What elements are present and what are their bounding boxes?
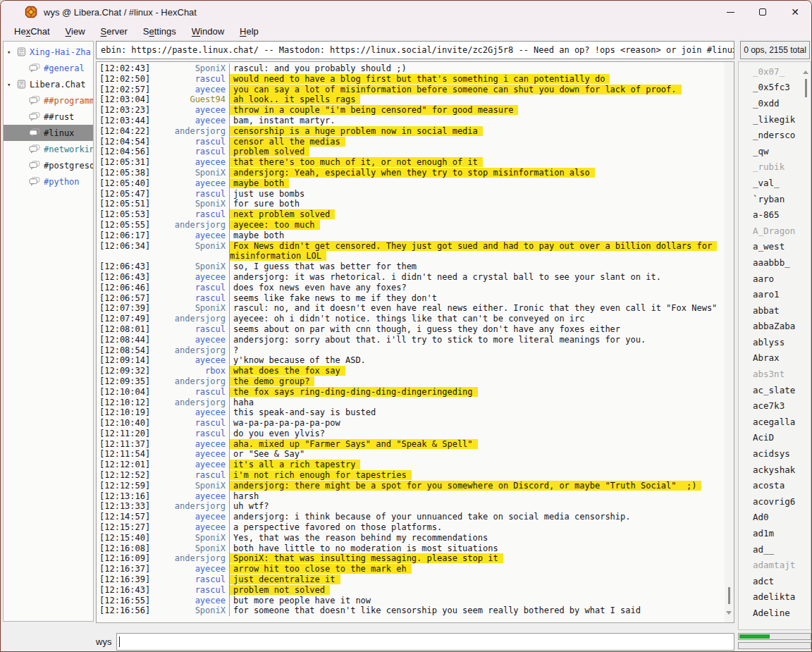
message-nick[interactable]: rascul <box>152 283 229 293</box>
user-list-item[interactable]: ablyss <box>739 334 811 350</box>
message-nick[interactable]: SponiX <box>152 303 229 314</box>
message-nick[interactable]: rascul <box>152 585 229 596</box>
close-button[interactable]: ✕ <box>779 1 811 23</box>
tree-item-linux[interactable]: #linux <box>4 125 93 141</box>
message-nick[interactable]: rascul <box>152 429 229 439</box>
user-list-item[interactable]: a-865 <box>739 207 811 223</box>
message-nick[interactable]: ayecee <box>152 355 229 366</box>
user-list-item[interactable]: aaro1 <box>739 286 811 302</box>
message-nick[interactable]: ayecee <box>152 230 229 241</box>
message-nick[interactable]: ayecee <box>152 178 229 189</box>
message-nick[interactable]: ayecee <box>152 85 229 95</box>
scroll-down-icon[interactable] <box>726 611 732 617</box>
user-list-item[interactable]: abbat <box>739 302 811 319</box>
message-nick[interactable]: andersjorg <box>152 345 229 356</box>
menu-item-settings[interactable]: Settings <box>135 26 184 37</box>
user-list-item[interactable]: acosta <box>739 477 811 493</box>
message-nick[interactable]: SponiX <box>152 168 229 178</box>
user-list-item[interactable]: _0x5fc3 <box>739 80 811 96</box>
message-nick[interactable]: ayecee <box>152 460 229 470</box>
user-list-item[interactable]: ad1m <box>739 525 811 541</box>
topic-input[interactable]: ebin: https://paste.linux.chat/ -- Masto… <box>96 41 734 59</box>
tree-item-postgresq[interactable]: #postgresq <box>4 157 93 173</box>
chevron-down-icon[interactable]: ▾ <box>7 81 17 88</box>
user-list-item[interactable]: _0x07_ <box>739 63 811 80</box>
message-nick[interactable]: ayecee <box>152 522 229 533</box>
user-list-item[interactable]: abs3nt <box>739 366 811 382</box>
message-nick[interactable]: ayecee <box>152 407 229 418</box>
message-nick[interactable]: andersjorg <box>152 376 229 387</box>
user-list-item[interactable]: aaabbb_ <box>739 254 811 271</box>
message-nick[interactable]: andersjorg <box>152 398 229 408</box>
maximize-button[interactable] <box>746 1 779 23</box>
message-nick[interactable]: rascul <box>152 470 229 481</box>
menu-item-server[interactable]: Server <box>93 26 135 37</box>
message-nick[interactable]: ayecee <box>152 491 229 502</box>
scroll-up-icon[interactable] <box>803 68 808 74</box>
user-list-item[interactable]: adamtajt <box>739 557 811 573</box>
message-nick[interactable]: rascul <box>152 418 229 429</box>
message-nick[interactable]: rascul <box>152 137 229 147</box>
user-list-item[interactable]: Abrax <box>739 350 811 367</box>
message-nick[interactable]: Guest94 <box>152 94 229 105</box>
user-list-item[interactable]: _rubik <box>739 159 811 176</box>
message-nick[interactable]: rascul <box>152 293 229 304</box>
user-list-item[interactable]: acegalla <box>739 414 811 430</box>
user-list-item[interactable]: Adeline <box>739 605 811 621</box>
message-input[interactable] <box>116 633 734 651</box>
message-nick[interactable]: SponiX <box>152 262 229 272</box>
user-list-item[interactable]: abbaZaba <box>739 319 811 335</box>
tree-item-general[interactable]: #general <box>4 60 93 76</box>
message-nick[interactable]: SponiX <box>152 63 229 74</box>
user-list-item[interactable]: acidsys <box>739 445 811 462</box>
user-list-item[interactable]: `ryban <box>739 191 811 207</box>
message-nick[interactable]: rascul <box>152 209 229 220</box>
message-nick[interactable]: SponiX <box>152 241 229 252</box>
message-nick[interactable]: andersjorg <box>152 314 229 324</box>
tree-item-Libera.Chat[interactable]: ▾ Libera.Chat <box>4 76 93 92</box>
user-list-item[interactable]: adct <box>739 573 811 589</box>
user-list-item[interactable]: ad__ <box>739 541 811 558</box>
message-nick[interactable]: SponiX <box>152 533 229 543</box>
message-nick[interactable]: andersjorg <box>152 126 229 137</box>
user-list-item[interactable]: adelikta <box>739 589 811 605</box>
user-list-item[interactable]: _ndersco <box>739 127 811 143</box>
tree-item-Xing-Hai-Zha[interactable]: ▾ Xing-Hai-Zha <box>4 44 93 60</box>
message-nick[interactable]: andersjorg <box>152 220 229 230</box>
menu-item-hexchat[interactable]: HexChat <box>6 26 58 37</box>
message-nick[interactable]: rascul <box>152 189 229 199</box>
message-nick[interactable]: rbox <box>152 366 229 376</box>
message-nick[interactable]: rascul <box>152 574 229 585</box>
message-nick[interactable]: ayecee <box>152 335 229 345</box>
tree-item-rust[interactable]: ##rust <box>4 109 93 125</box>
menu-item-help[interactable]: Help <box>232 26 266 37</box>
message-nick[interactable]: ayecee <box>152 512 229 522</box>
message-nick[interactable]: rascul <box>152 74 229 85</box>
chat-scrollbar[interactable] <box>725 62 734 622</box>
menu-item-view[interactable]: View <box>58 26 93 37</box>
message-nick[interactable]: ayecee <box>152 449 229 460</box>
tree-item-programm[interactable]: ##programm <box>4 92 93 109</box>
user-list-item[interactable]: _likegik <box>739 111 811 128</box>
menu-item-window[interactable]: Window <box>184 26 232 37</box>
user-list-item[interactable]: A_Dragon <box>739 223 811 239</box>
message-nick[interactable]: ayecee <box>152 564 229 574</box>
user-list-item[interactable]: ac_slate <box>739 382 811 398</box>
user-list-item[interactable]: _0xdd <box>739 95 811 111</box>
user-list-item[interactable]: aaro <box>739 271 811 287</box>
tree-item-python[interactable]: #python <box>4 173 93 190</box>
user-list-item[interactable]: acovrig6 <box>739 493 811 510</box>
chat-message-list[interactable]: [12:02:43] SponiX rascul: and you probab… <box>97 63 725 622</box>
message-nick[interactable]: SponiX <box>152 481 229 491</box>
userlist-scrollbar[interactable] <box>801 62 811 629</box>
userlist-scrollbar-thumb[interactable] <box>805 79 807 97</box>
user-list-item[interactable]: AciD <box>739 430 811 446</box>
message-nick[interactable]: ayecee <box>152 105 229 116</box>
message-nick[interactable]: ayecee <box>152 596 229 606</box>
message-nick[interactable]: ayecee <box>152 157 229 168</box>
message-nick[interactable]: SponiX <box>152 543 229 554</box>
message-nick[interactable]: rascul <box>152 147 229 157</box>
user-list-rows[interactable]: _0x07__0x5fc3_0xdd_likegik_ndersco_qw_ru… <box>739 63 811 621</box>
chat-scrollbar-thumb[interactable] <box>728 587 730 604</box>
message-nick[interactable]: ayecee <box>152 116 229 126</box>
